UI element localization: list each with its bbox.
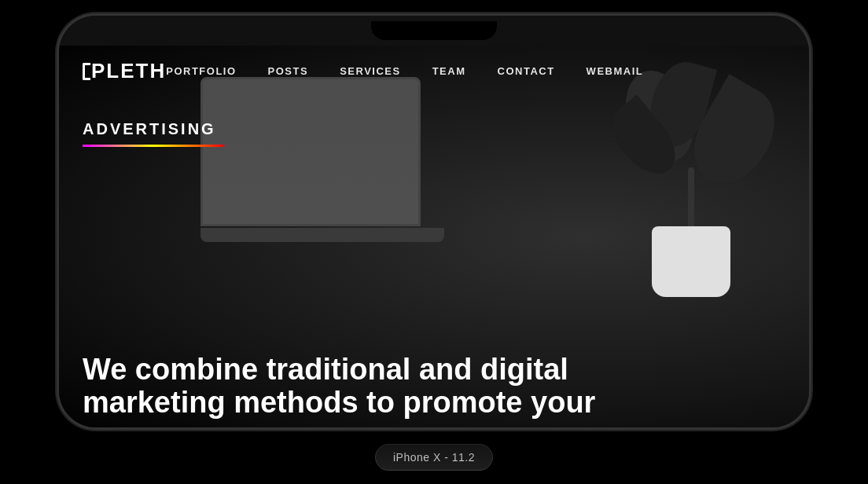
logo[interactable]: PLETH [83,59,166,83]
logo-bracket [83,63,90,80]
volume-down-button [57,185,58,228]
nav-link-posts[interactable]: POSTS [268,65,309,77]
logo-text: PLETH [83,59,166,83]
volume-mute-button [57,94,58,118]
device-label: iPhone X - 11.2 [375,444,493,471]
nav-links: PORTFOLIO POSTS SERVICES TEAM CONTACT WE… [166,65,643,77]
nav-link-portfolio[interactable]: PORTFOLIO [166,65,236,77]
phone-screen: PLETH PORTFOLIO POSTS SERVICES TEAM CONT… [59,46,809,427]
nav-link-contact[interactable]: CONTACT [498,65,555,77]
volume-up-button [57,130,58,173]
category-label: ADVERTISING [83,120,785,138]
main-content: ADVERTISING [59,97,809,427]
nav-link-services[interactable]: SERVICES [340,65,401,77]
phone-top-bar [59,16,809,46]
nav-link-team[interactable]: TEAM [432,65,466,77]
category-underline [83,145,224,147]
phone-notch [371,21,497,40]
phone-frame: PLETH PORTFOLIO POSTS SERVICES TEAM CONT… [57,13,811,430]
nav-link-webmail[interactable]: WEBMAIL [587,65,644,77]
logo-bracket-left [83,63,90,80]
logo-letters: PLETH [91,59,166,83]
power-button [810,138,811,200]
navigation: PLETH PORTFOLIO POSTS SERVICES TEAM CONT… [59,46,809,97]
